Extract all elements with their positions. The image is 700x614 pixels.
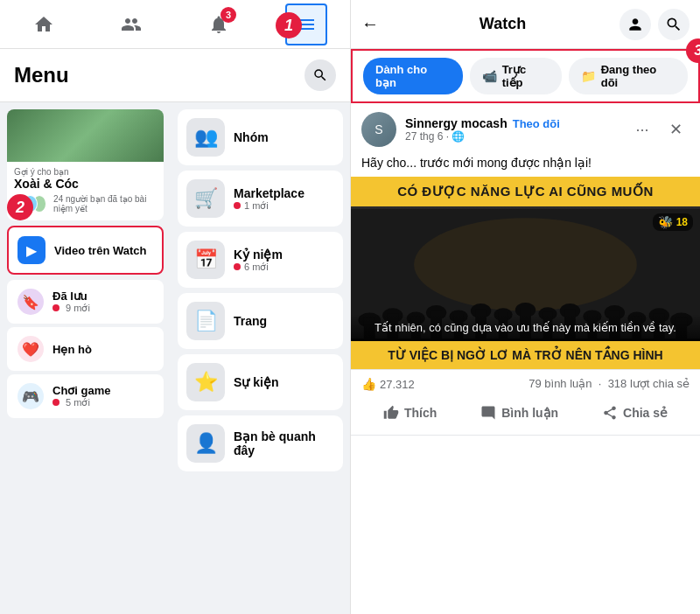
number-1-overlay: 1	[276, 12, 302, 38]
left-column: Gợi ý cho bạn Xoài & Cóc 24 người bạn đã…	[0, 102, 171, 614]
svg-point-1	[414, 218, 637, 310]
watch-icon: ▶	[18, 236, 46, 264]
video-subtitle: Tất nhiên, có cũng dựa vào ưu thế này mà…	[361, 321, 690, 334]
tab-live[interactable]: 📹 Trực tiếp	[470, 58, 562, 94]
games-menu-item[interactable]: 🎮 Chơi game 5 mới	[7, 374, 164, 418]
profile-suggestion-label: Gợi ý cho bạn	[14, 167, 157, 177]
events-menu-item[interactable]: ⭐ Sự kiện	[178, 354, 343, 410]
saved-icon: 🔖	[18, 289, 44, 315]
like-button-label: Thích	[404, 406, 437, 420]
left-panel: 1 2 3 Menu	[0, 0, 350, 614]
bell-badge: 3	[220, 7, 236, 23]
games-icon: 🎮	[18, 383, 44, 409]
saved-menu-item[interactable]: 🔖 Đã lưu 9 mới	[7, 280, 164, 324]
post-engagement: 79 bình luận · 318 lượt chia sẻ	[528, 377, 690, 391]
post-close-button[interactable]: ✕	[662, 115, 690, 143]
saved-info: Đã lưu 9 mới	[52, 290, 90, 314]
memories-menu-item[interactable]: 📅 Kỷ niệm 6 mới	[178, 232, 343, 288]
post-stats: 👍 27.312 79 bình luận · 318 lượt chia sẻ	[361, 377, 690, 391]
post-name-row: Sinnergy mocash Theo dõi	[405, 116, 628, 130]
friends-nav-button[interactable]	[110, 3, 152, 45]
tab-following[interactable]: 📁 Đang theo dõi	[569, 58, 688, 94]
profile-icon-button[interactable]	[620, 9, 651, 40]
watch-tabs: Dành cho bạn 📹 Trực tiếp 📁 Đang theo dõi	[351, 49, 700, 103]
follow-button[interactable]: Theo dõi	[513, 117, 560, 130]
marketplace-icon: 🛒	[186, 179, 225, 218]
menu-title: Menu	[14, 63, 69, 87]
groups-info: Nhóm	[234, 130, 334, 144]
like-action-button[interactable]: Thích	[369, 398, 451, 428]
dating-info: Hẹn hò	[52, 343, 92, 356]
post-options: ··· ✕	[628, 115, 690, 143]
video-watch-card[interactable]: ▶ Video trên Watch	[7, 226, 164, 275]
nearby-friends-icon: 👤	[186, 424, 225, 463]
profile-name: Xoài & Cóc	[14, 177, 157, 191]
video-crowd: 🐝 18 Tất nhiên, có cũng dựa vào ưu thế n…	[351, 206, 700, 341]
saved-sub: 9 mới	[52, 303, 90, 314]
bell-nav-button[interactable]: 3	[198, 3, 240, 45]
post-avatar: S	[361, 112, 396, 147]
search-icon-button[interactable]	[658, 9, 690, 40]
live-tab-icon: 📹	[482, 69, 497, 83]
video-badge: 🐝 18	[653, 213, 693, 231]
video-overlay: Tất nhiên, có cũng dựa vào ưu thế này mà…	[351, 314, 700, 341]
marketplace-label: Marketplace	[234, 186, 334, 200]
video-badge-text: 18	[676, 216, 688, 228]
bee-icon: 🐝	[658, 215, 673, 229]
video-container[interactable]: CÓ ĐƯỢC NĂNG LỰC AI CŨNG MUỐN	[351, 177, 700, 369]
nearby-friends-menu-item[interactable]: 👤 Bạn bè quanh đây	[178, 415, 343, 471]
tab-for-you[interactable]: Dành cho bạn	[363, 58, 463, 94]
pages-label: Trang	[234, 314, 334, 328]
groups-label: Nhóm	[234, 130, 334, 144]
like-reaction-icon: 👍	[361, 377, 376, 391]
groups-icon: 👥	[186, 118, 225, 157]
marketplace-info: Marketplace 1 mới	[234, 186, 334, 212]
post-more-button[interactable]: ···	[628, 115, 656, 143]
like-count: 27.312	[380, 378, 415, 391]
post-footer: 👍 27.312 79 bình luận · 318 lượt chia sẻ…	[351, 369, 700, 436]
dating-menu-item[interactable]: ❤️ Hẹn hò	[7, 327, 164, 371]
watch-header: ← Watch	[351, 0, 700, 49]
marketplace-sub: 1 mới	[234, 200, 334, 212]
header-icons	[620, 9, 690, 40]
home-nav-button[interactable]	[23, 3, 65, 45]
events-icon: ⭐	[186, 363, 225, 401]
games-sub: 5 mới	[52, 397, 111, 408]
friends-count-text: 24 người bạn đã tạo bài niệm yết	[53, 194, 157, 213]
comment-action-button[interactable]: Bình luận	[466, 398, 572, 428]
post-meta: 27 thg 6 · 🌐	[405, 130, 628, 143]
marketplace-dot	[234, 202, 241, 209]
nearby-friends-info: Bạn bè quanh đây	[234, 429, 334, 457]
video-top-banner: CÓ ĐƯỢC NĂNG LỰC AI CŨNG MUỐN	[351, 177, 700, 206]
marketplace-menu-item[interactable]: 🛒 Marketplace 1 mới	[178, 171, 343, 227]
comments-count: 79 bình luận	[528, 377, 592, 390]
dating-icon: ❤️	[18, 336, 44, 362]
video-bottom-banner: TỪ VIỆC BỊ NGỜ LƠ MÀ TRỞ NÊN TẦNG HÌNH	[351, 341, 700, 369]
events-label: Sự kiện	[234, 375, 334, 389]
right-panel: ← Watch Dành cho bạn 📹 Trực tiếp	[350, 0, 700, 614]
memories-info: Kỷ niệm 6 mới	[234, 248, 334, 273]
memories-label: Kỷ niệm	[234, 248, 334, 262]
following-tab-icon: 📁	[581, 69, 596, 83]
menu-header: Menu	[0, 49, 350, 102]
groups-menu-item[interactable]: 👥 Nhóm	[178, 109, 343, 165]
share-button-label: Chia sẻ	[623, 406, 668, 420]
share-action-button[interactable]: Chia sẻ	[588, 398, 682, 428]
menu-search-button[interactable]	[304, 59, 336, 91]
memories-icon: 📅	[186, 241, 225, 279]
post-actions: Thích Bình luận Chia sẻ	[361, 398, 690, 428]
post-info: Sinnergy mocash Theo dõi 27 thg 6 · 🌐	[405, 116, 628, 143]
pages-menu-item[interactable]: 📄 Trang	[178, 293, 343, 349]
saved-label: Đã lưu	[52, 290, 90, 303]
saved-dot	[52, 304, 60, 311]
video-main: 🐝 18 Tất nhiên, có cũng dựa vào ưu thế n…	[351, 206, 700, 341]
games-dot	[52, 399, 60, 406]
memories-sub: 6 mới	[234, 262, 334, 273]
back-button[interactable]: ←	[361, 14, 379, 34]
watch-title: Watch	[386, 15, 620, 33]
right-column: 👥 Nhóm 🛒 Marketplace 1 mới 📅	[171, 102, 350, 614]
memories-dot	[234, 263, 241, 270]
games-info: Chơi game 5 mới	[52, 384, 111, 408]
profile-banner	[7, 109, 164, 162]
watch-label: Video trên Watch	[54, 244, 146, 257]
